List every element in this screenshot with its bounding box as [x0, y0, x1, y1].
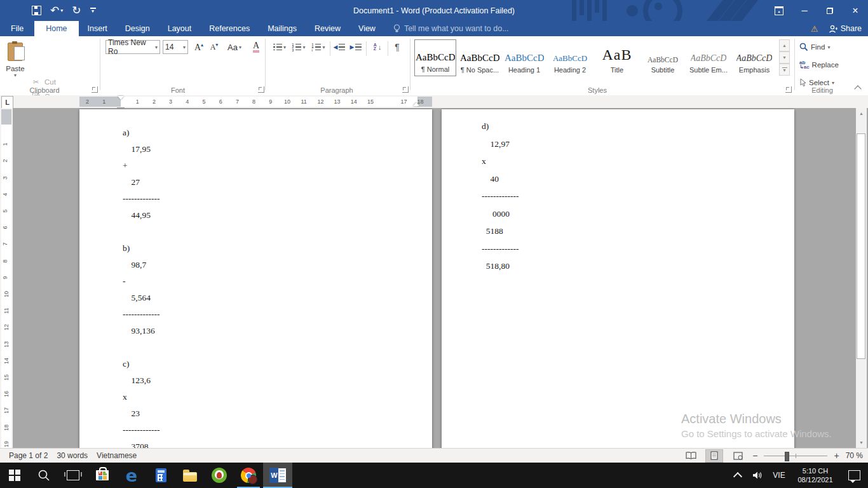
tab-view[interactable]: View: [349, 21, 384, 36]
document-text-line[interactable]: 27: [123, 174, 413, 191]
taskbar-calculator-button[interactable]: [146, 463, 175, 488]
document-text-line[interactable]: +: [123, 158, 413, 174]
font-size-dropdown-icon[interactable]: ▾: [183, 44, 186, 50]
taskbar-search-button[interactable]: [29, 463, 58, 488]
document-text-line[interactable]: -------------: [123, 422, 413, 438]
taskbar-store-button[interactable]: [88, 463, 117, 488]
minimize-button[interactable]: ─: [792, 0, 817, 21]
start-button[interactable]: [0, 463, 29, 488]
activation-warning-icon[interactable]: ⚠: [811, 24, 818, 34]
right-indent-marker[interactable]: [413, 102, 419, 106]
zoom-percentage[interactable]: 70 %: [846, 451, 863, 460]
style-no-spacing[interactable]: AaBbCcD ¶ No Spac...: [459, 39, 501, 76]
decrease-indent-button[interactable]: ◀: [332, 40, 347, 54]
paste-button[interactable]: Paste ▾: [3, 39, 28, 93]
document-text-line[interactable]: 518,80: [482, 257, 775, 275]
multilevel-list-button[interactable]: 1ai▾: [309, 40, 328, 54]
restore-button[interactable]: [817, 0, 843, 21]
grow-font-button[interactable]: A▴: [192, 40, 206, 54]
document-text-line[interactable]: x: [123, 389, 413, 405]
clock[interactable]: 5:10 CH 08/12/2021: [790, 463, 840, 488]
document-text-line[interactable]: 93,136: [123, 323, 413, 339]
tab-review[interactable]: Review: [306, 21, 349, 36]
document-page-1[interactable]: a) 17,95+ 27------------- 44,95b) 98,7- …: [79, 109, 432, 448]
taskbar-edge-button[interactable]: e: [117, 463, 146, 488]
document-text-line[interactable]: 44,95: [123, 207, 413, 224]
replace-button[interactable]: ab↳ac Replace: [799, 58, 839, 72]
font-name-dropdown-icon[interactable]: ▾: [155, 44, 158, 50]
customize-quick-access-icon[interactable]: ▾: [90, 8, 96, 13]
document-text-line[interactable]: x: [482, 152, 775, 170]
find-button[interactable]: Find ▾: [799, 40, 830, 54]
font-size-combo[interactable]: 14 ▾: [163, 40, 188, 54]
undo-dropdown-icon[interactable]: ▾: [60, 8, 63, 13]
document-text-line[interactable]: -------------: [482, 240, 775, 258]
document-text-line[interactable]: 5,564: [123, 290, 413, 306]
tell-me-box[interactable]: Tell me what you want to do...: [384, 21, 509, 36]
document-text-line[interactable]: 123,6: [123, 372, 413, 389]
document-page-2[interactable]: d) 12,97x 40------------- 0000 5188-----…: [442, 109, 794, 448]
document-text-line[interactable]: d): [482, 118, 775, 135]
language-indicator[interactable]: Vietnamese: [97, 451, 137, 460]
document-text-line[interactable]: 98,7: [123, 257, 413, 273]
web-layout-button[interactable]: [729, 450, 746, 462]
zoom-in-button[interactable]: +: [834, 451, 839, 461]
styles-more-button[interactable]: ▼: [779, 64, 790, 76]
tab-home[interactable]: Home: [34, 21, 78, 36]
horizontal-ruler[interactable]: 211234567891011121314151718: [0, 95, 868, 108]
taskbar-chrome-button[interactable]: [234, 463, 263, 488]
font-name-combo[interactable]: Times New Ro ▾: [105, 40, 160, 54]
print-layout-button[interactable]: [705, 449, 723, 463]
clear-formatting-button[interactable]: A: [249, 40, 263, 54]
taskbar-coccoc-button[interactable]: [205, 463, 234, 488]
styles-scroll-up-button[interactable]: ▲: [779, 39, 790, 51]
taskbar-file-explorer-button[interactable]: [175, 463, 205, 488]
tab-layout[interactable]: Layout: [159, 21, 201, 36]
shrink-font-button[interactable]: A▾: [207, 40, 221, 54]
tab-file[interactable]: File: [0, 21, 34, 36]
redo-icon[interactable]: ↻: [72, 5, 81, 16]
vertical-ruler[interactable]: 12345678910111213141516171819: [0, 108, 13, 448]
tab-insert[interactable]: Insert: [79, 21, 116, 36]
read-mode-button[interactable]: [682, 450, 699, 462]
document-text-line[interactable]: c): [123, 356, 413, 372]
scrollbar-thumb[interactable]: [857, 133, 865, 359]
increase-indent-button[interactable]: ▶: [348, 40, 363, 54]
numbering-button[interactable]: 123▾: [290, 40, 308, 54]
document-text-line[interactable]: -------------: [482, 187, 775, 205]
document-text-line[interactable]: 12,97: [482, 135, 775, 153]
taskbar-word-button[interactable]: W: [263, 463, 292, 488]
share-button[interactable]: Share: [829, 24, 862, 33]
undo-button[interactable]: ↶ ▾: [50, 5, 63, 16]
tab-stop-selector[interactable]: L: [1, 96, 13, 109]
document-text-line[interactable]: 5188: [482, 222, 775, 240]
language-switcher[interactable]: VIE: [768, 463, 790, 488]
zoom-slider[interactable]: [764, 452, 827, 460]
style-heading2[interactable]: AaBbCcD Heading 2: [549, 39, 591, 76]
document-text-line[interactable]: 40: [482, 170, 775, 188]
style-normal[interactable]: AaBbCcD ¶ Normal: [414, 39, 456, 76]
document-text-line[interactable]: -: [123, 273, 413, 290]
style-emphasis[interactable]: AaBbCcD Emphasis: [733, 39, 775, 76]
show-hidden-icons-button[interactable]: [728, 463, 747, 488]
tab-mailings[interactable]: Mailings: [259, 21, 306, 36]
document-text-line[interactable]: [123, 339, 413, 356]
volume-button[interactable]: [747, 463, 768, 488]
show-hide-marks-button[interactable]: ¶: [390, 40, 404, 54]
clipboard-dialog-launcher[interactable]: [92, 86, 98, 93]
styles-scroll-down-button[interactable]: ▼: [779, 51, 790, 64]
paste-dropdown-icon[interactable]: ▾: [14, 72, 17, 78]
document-text-line[interactable]: b): [123, 240, 413, 257]
scroll-down-button[interactable]: ▼: [856, 437, 867, 448]
style-subtitle[interactable]: AaBbCcD Subtitle: [642, 39, 684, 76]
vertical-scrollbar[interactable]: ▲ ▼: [856, 108, 867, 448]
bullets-button[interactable]: ▾: [271, 40, 288, 54]
zoom-slider-thumb[interactable]: [785, 452, 789, 461]
ribbon-display-options-button[interactable]: ▴: [766, 0, 792, 21]
document-text-line[interactable]: 23: [123, 405, 413, 422]
style-subtle-emphasis[interactable]: AaBbCcD Subtle Em...: [688, 39, 729, 76]
document-text-line[interactable]: 3708: [123, 438, 413, 448]
change-case-button[interactable]: Aa ▾: [224, 40, 245, 54]
style-heading1[interactable]: AaBbCcD Heading 1: [503, 39, 545, 76]
word-count[interactable]: 30 words: [57, 451, 88, 460]
